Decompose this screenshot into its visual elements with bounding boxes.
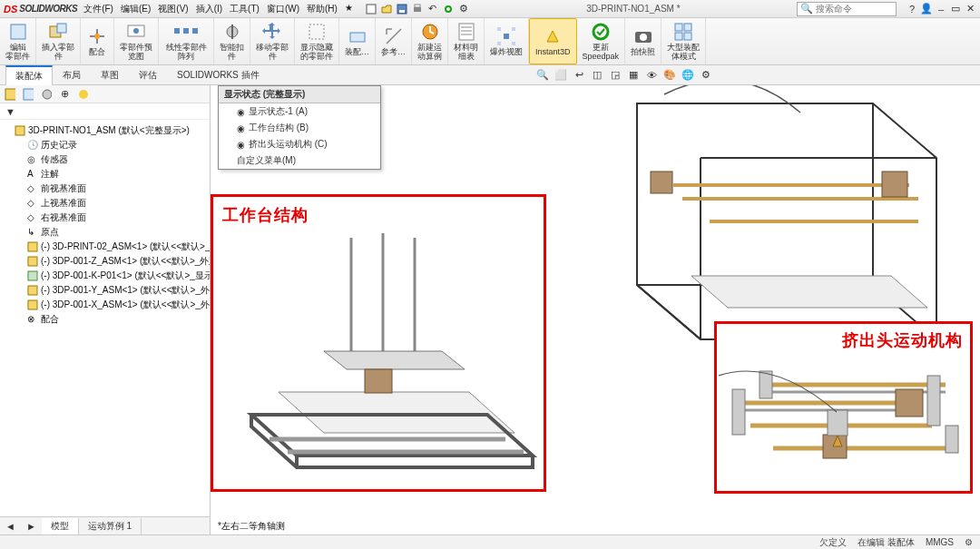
status-bar: 欠定义 在编辑 装配体 MMGS ⚙ (0, 534, 980, 549)
svg-rect-42 (28, 300, 37, 309)
tree-tab-feature-icon[interactable] (4, 88, 16, 101)
tree-item[interactable]: ⊗配合 (27, 312, 208, 327)
rib-show-hidden[interactable]: 显示隐藏 的零部件 (295, 18, 339, 64)
subasm-icon (27, 285, 38, 296)
svg-rect-20 (459, 24, 474, 40)
graphics-viewport[interactable]: 显示状态 (完整显示) ◉显示状态-1 (A) ◉工作台结构 (B) ◉挤出头运… (211, 85, 980, 534)
tree-item[interactable]: ◇前视基准面 (27, 181, 208, 196)
subasm-icon (27, 256, 38, 267)
tree-tab-display-icon[interactable] (76, 88, 89, 101)
rib-motion-study[interactable]: 新建运 动算例 (412, 18, 448, 64)
tree-tab-property-icon[interactable] (22, 88, 34, 101)
tab-addins[interactable]: SOLIDWORKS 插件 (167, 65, 270, 84)
zoom-fit-icon[interactable]: 🔍 (535, 68, 550, 83)
options-icon[interactable]: ⚙ (457, 3, 470, 15)
sensor-icon: ◎ (27, 154, 38, 165)
search-input[interactable] (816, 4, 893, 14)
menu-view[interactable]: 视图(V) (155, 2, 191, 16)
open-icon[interactable] (380, 3, 393, 15)
tree-item[interactable]: (-) 3DP-001-X_ASM<1> (默认<<默认>_外观… (27, 298, 208, 312)
menu-file[interactable]: 文件(F) (81, 2, 116, 16)
svg-rect-31 (675, 33, 682, 40)
popup-item[interactable]: ◉挤出头运动机构 (C) (219, 136, 380, 152)
status-gear-icon[interactable]: ⚙ (965, 537, 973, 547)
tree-tab-dim-icon[interactable]: ⊕ (58, 88, 71, 101)
section-view-icon[interactable]: ◫ (590, 68, 604, 83)
rib-bom[interactable]: 材料明 细表 (448, 18, 485, 64)
menu-insert[interactable]: 插入(I) (193, 2, 225, 16)
svg-rect-41 (28, 286, 37, 295)
tree-item[interactable]: (-) 3DP-001-K-P01<1> (默认<<默认>_显示… (27, 269, 208, 283)
print-icon[interactable] (411, 3, 424, 15)
feature-tree-tabs: ⊕ (0, 85, 210, 103)
view-settings-icon[interactable]: ⚙ (699, 68, 713, 83)
tab-nav-right[interactable]: ► (21, 521, 42, 532)
tree-item[interactable]: ◎传感器 (27, 152, 208, 167)
user-icon[interactable]: 👤 (920, 3, 933, 15)
tree-filter[interactable]: ▼ (0, 103, 210, 120)
rib-reference[interactable]: 参考… (376, 18, 412, 64)
zoom-area-icon[interactable]: ⬜ (554, 68, 568, 83)
appearance-icon[interactable]: 🎨 (662, 68, 677, 83)
save-icon[interactable] (396, 3, 408, 15)
tree-item[interactable]: ◇上视基准面 (27, 196, 208, 211)
rib-edit-component[interactable]: 编辑 零部件 (0, 18, 36, 64)
state-icon: ◉ (237, 140, 245, 150)
tree-root[interactable]: 3D-PRINT-NO1_ASM (默认<完整显示>) (15, 123, 208, 138)
plane-icon: ◇ (27, 198, 38, 209)
display-style-icon[interactable]: ▦ (626, 68, 641, 83)
tab-assembly[interactable]: 装配体 (5, 65, 53, 85)
btm-tab-model[interactable]: 模型 (42, 518, 79, 534)
rib-preview[interactable]: 零部件预 览图 (114, 18, 159, 64)
feature-tree[interactable]: 3D-PRINT-NO1_ASM (默认<完整显示>) 🕓历史记录 ◎传感器 A… (0, 120, 210, 516)
undo-icon[interactable]: ↶ (426, 3, 439, 15)
menu-window[interactable]: 窗口(W) (264, 2, 302, 16)
popup-item[interactable]: 自定义菜单(M) (219, 152, 380, 169)
tab-layout[interactable]: 布局 (53, 65, 91, 84)
tree-item[interactable]: ◇右视基准面 (27, 211, 208, 225)
scene-icon[interactable]: 🌐 (681, 68, 695, 83)
prev-view-icon[interactable]: ↩ (572, 68, 586, 83)
rebuild-icon[interactable] (442, 3, 455, 15)
command-search[interactable]: 🔍 (797, 2, 897, 16)
view-orient-icon[interactable]: ◲ (608, 68, 622, 83)
maximize-icon[interactable]: ▭ (949, 3, 962, 15)
tree-item[interactable]: 🕓历史记录 (27, 138, 208, 152)
minimize-icon[interactable]: – (935, 3, 947, 15)
help-icon[interactable]: ? (906, 3, 918, 15)
rib-instant3d[interactable]: Instant3D (529, 18, 577, 64)
tree-item[interactable]: A注解 (27, 167, 208, 181)
tab-nav-left[interactable]: ◄ (0, 521, 21, 532)
status-units[interactable]: MMGS (926, 537, 954, 547)
menu-tools[interactable]: 工具(T) (227, 2, 262, 16)
rib-explode[interactable]: 爆炸视图 (485, 18, 529, 64)
tree-item[interactable]: (-) 3DP-001-Z_ASM<1> (默认<<默认>_外观… (27, 254, 208, 269)
rib-smart-fastener[interactable]: 智能扣 件 (214, 18, 250, 64)
menu-star[interactable]: ★ (342, 2, 356, 16)
tab-evaluate[interactable]: 评估 (129, 65, 167, 84)
rib-insert-component[interactable]: 插入零部 件 (36, 18, 81, 64)
btm-tab-motion[interactable]: 运动算例 1 (79, 518, 142, 534)
rib-mate[interactable]: 配合 (81, 18, 114, 64)
menu-help[interactable]: 帮助(H) (304, 2, 340, 16)
rib-move-component[interactable]: 移动零部 件 (250, 18, 295, 64)
popup-item[interactable]: ◉显示状态-1 (A) (219, 103, 380, 120)
rib-assembly-features[interactable]: 装配… (339, 18, 376, 64)
new-icon[interactable] (365, 3, 377, 15)
tree-item[interactable]: (-) 3D-PRINT-02_ASM<1> (默认<<默认>_外… (27, 240, 208, 254)
hide-show-icon[interactable]: 👁 (644, 68, 659, 83)
tree-item[interactable]: ↳原点 (27, 225, 208, 240)
rib-snapshot[interactable]: 拍快照 (625, 18, 662, 64)
menu-edit[interactable]: 编辑(E) (118, 2, 153, 16)
popup-item[interactable]: ◉工作台结构 (B) (219, 120, 380, 136)
tree-item[interactable]: (-) 3DP-001-Y_ASM<1> (默认<<默认>_外观… (27, 283, 208, 298)
tree-tab-config-icon[interactable] (40, 88, 53, 101)
svg-rect-2 (399, 10, 405, 13)
bottom-tabs: ◄ ► 模型 运动算例 1 (0, 516, 210, 534)
tab-sketch[interactable]: 草图 (91, 65, 129, 84)
rib-speedpak[interactable]: 更新 Speedpak (577, 18, 626, 64)
close-icon[interactable]: ✕ (964, 3, 976, 15)
rib-large-assembly[interactable]: 大型装配 体模式 (662, 18, 706, 64)
svg-point-35 (43, 90, 52, 99)
rib-linear-pattern[interactable]: 线性零部件阵列 (159, 18, 214, 64)
